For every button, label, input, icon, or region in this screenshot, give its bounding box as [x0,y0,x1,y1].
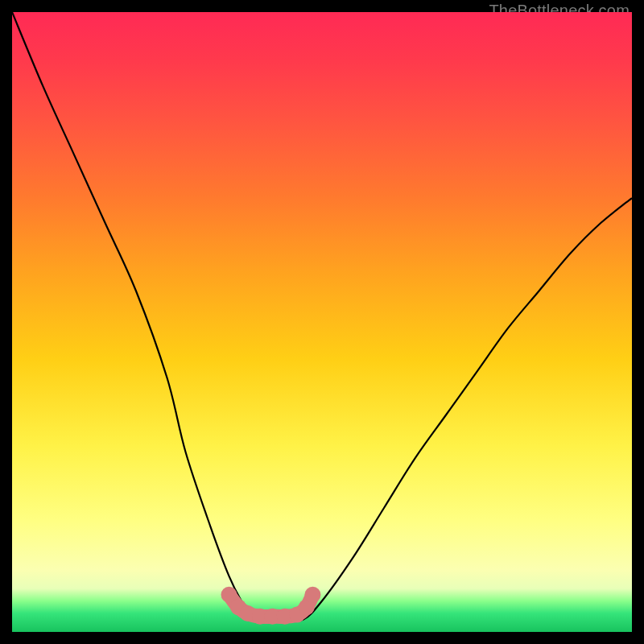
bottleneck-chart [12,12,632,632]
chart-frame: TheBottleneck.com [0,0,644,644]
floor-bead [304,587,320,603]
bottleneck-curve-path [12,12,632,621]
plot-area [12,12,632,632]
